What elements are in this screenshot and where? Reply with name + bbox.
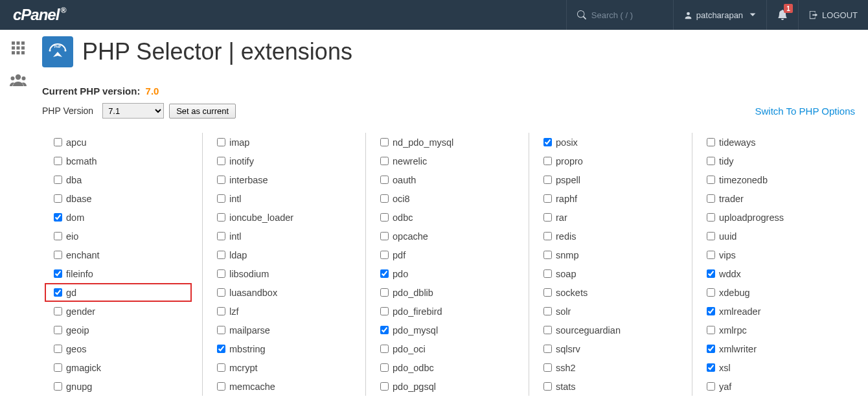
user-menu[interactable]: patcharapan xyxy=(673,0,766,30)
extension-label: stats xyxy=(556,382,576,392)
extension-checkbox-xmlwriter[interactable] xyxy=(707,345,715,353)
apps-icon[interactable] xyxy=(10,40,26,56)
extension-checkbox-rar[interactable] xyxy=(543,213,552,222)
extension-checkbox-opcache[interactable] xyxy=(380,232,389,240)
extension-checkbox-odbc[interactable] xyxy=(380,213,389,222)
extension-checkbox-xmlrpc[interactable] xyxy=(707,326,715,334)
extension-checkbox-dbase[interactable] xyxy=(54,194,62,203)
extension-checkbox-gd[interactable] xyxy=(54,288,62,297)
extension-checkbox-pdo_firebird[interactable] xyxy=(380,307,389,315)
extension-checkbox-propro[interactable] xyxy=(543,157,552,165)
extension-checkbox-inotify[interactable] xyxy=(217,157,225,165)
php-version-select[interactable]: 7.1 xyxy=(102,103,164,119)
extension-checkbox-gender[interactable] xyxy=(54,307,62,315)
extension-checkbox-eio[interactable] xyxy=(54,232,62,240)
extension-checkbox-tideways[interactable] xyxy=(707,138,715,146)
extension-checkbox-tidy[interactable] xyxy=(707,157,715,165)
extension-checkbox-xmlreader[interactable] xyxy=(707,307,715,315)
set-as-current-button[interactable]: Set as current xyxy=(169,104,236,119)
svg-rect-2 xyxy=(21,41,25,45)
extension-checkbox-lzf[interactable] xyxy=(217,307,225,315)
search-input[interactable] xyxy=(591,10,663,20)
extension-checkbox-xsl[interactable] xyxy=(707,363,715,372)
extension-checkbox-pdo_pgsql[interactable] xyxy=(380,382,389,391)
extension-checkbox-gnupg[interactable] xyxy=(54,382,62,391)
extension-checkbox-ssh2[interactable] xyxy=(543,363,552,372)
extension-item-newrelic: newrelic xyxy=(380,152,517,170)
extension-checkbox-pdo[interactable] xyxy=(380,269,389,278)
search-wrap[interactable] xyxy=(566,0,673,30)
extension-checkbox-ioncube_loader[interactable] xyxy=(217,213,225,222)
extension-label: mcrypt xyxy=(229,363,258,373)
extension-checkbox-mcrypt[interactable] xyxy=(217,363,225,372)
extension-checkbox-snmp[interactable] xyxy=(543,251,552,259)
extension-checkbox-pdf[interactable] xyxy=(380,251,389,259)
extension-checkbox-pdo_dblib[interactable] xyxy=(380,288,389,297)
extension-checkbox-pdo_oci[interactable] xyxy=(380,345,389,353)
logout-button[interactable]: LOGOUT xyxy=(798,0,868,30)
extension-label: oauth xyxy=(393,175,416,185)
extension-label: pdo_odbc xyxy=(393,363,434,373)
svg-rect-8 xyxy=(21,51,25,54)
extension-checkbox-raphf[interactable] xyxy=(543,194,552,203)
users-icon[interactable] xyxy=(10,73,27,87)
svg-text:PHP: PHP xyxy=(54,45,62,49)
extension-checkbox-timezonedb[interactable] xyxy=(707,176,715,184)
extension-checkbox-geoip[interactable] xyxy=(54,326,62,334)
extension-checkbox-mbstring[interactable] xyxy=(217,345,225,353)
extension-label: wddx xyxy=(719,269,741,279)
extension-checkbox-apcu[interactable] xyxy=(54,138,62,146)
extension-checkbox-ldap[interactable] xyxy=(217,251,225,259)
extension-item-pdo: pdo xyxy=(380,264,517,283)
extension-checkbox-solr[interactable] xyxy=(543,307,552,315)
switch-to-options-link[interactable]: Switch To PHP Options xyxy=(755,106,855,117)
extension-checkbox-fileinfo[interactable] xyxy=(54,269,62,278)
extension-checkbox-pspell[interactable] xyxy=(543,176,552,184)
extension-checkbox-oci8[interactable] xyxy=(380,194,389,203)
extension-checkbox-wddx[interactable] xyxy=(707,269,715,278)
extension-checkbox-newrelic[interactable] xyxy=(380,157,389,165)
main-content: PHP PHP Selector | extensions Current PH… xyxy=(36,30,868,399)
extension-label: yaf xyxy=(719,382,731,392)
extension-checkbox-nd_pdo_mysql[interactable] xyxy=(380,138,389,146)
extension-checkbox-memcache[interactable] xyxy=(217,382,225,391)
extension-checkbox-redis[interactable] xyxy=(543,232,552,240)
extension-checkbox-interbase[interactable] xyxy=(217,176,225,184)
extension-checkbox-trader[interactable] xyxy=(707,194,715,203)
extension-checkbox-vips[interactable] xyxy=(707,251,715,259)
extension-checkbox-intl[interactable] xyxy=(217,194,225,203)
extension-checkbox-bcmath[interactable] xyxy=(54,157,62,165)
cpanel-logo[interactable]: cPanel® xyxy=(0,0,78,30)
extension-checkbox-pdo_odbc[interactable] xyxy=(380,363,389,372)
extension-checkbox-sqlsrv[interactable] xyxy=(543,345,552,353)
extension-checkbox-xdebug[interactable] xyxy=(707,288,715,297)
extension-checkbox-imap[interactable] xyxy=(217,138,225,146)
extension-checkbox-pdo_mysql[interactable] xyxy=(380,326,389,334)
extension-label: luasandbox xyxy=(229,288,277,298)
svg-rect-6 xyxy=(12,51,15,54)
extension-checkbox-intl[interactable] xyxy=(217,232,225,240)
extension-checkbox-gmagick[interactable] xyxy=(54,363,62,372)
extension-checkbox-enchant[interactable] xyxy=(54,251,62,259)
extension-checkbox-sourceguardian[interactable] xyxy=(543,326,552,334)
extension-label: xmlwriter xyxy=(719,344,757,354)
extension-checkbox-posix[interactable] xyxy=(543,138,552,146)
extension-checkbox-oauth[interactable] xyxy=(380,176,389,184)
extension-checkbox-yaf[interactable] xyxy=(707,382,715,391)
extension-item-mailparse: mailparse xyxy=(217,321,354,339)
extension-checkbox-soap[interactable] xyxy=(543,269,552,278)
extension-checkbox-uploadprogress[interactable] xyxy=(707,213,715,222)
extension-checkbox-dba[interactable] xyxy=(54,176,62,184)
logout-label: LOGOUT xyxy=(822,10,858,20)
extension-checkbox-uuid[interactable] xyxy=(707,232,715,240)
extension-checkbox-geos[interactable] xyxy=(54,345,62,353)
user-icon xyxy=(684,11,692,19)
extension-checkbox-mailparse[interactable] xyxy=(217,326,225,334)
extension-checkbox-libsodium[interactable] xyxy=(217,269,225,278)
notifications[interactable]: 1 xyxy=(766,0,798,30)
extension-checkbox-luasandbox[interactable] xyxy=(217,288,225,297)
extension-label: ldap xyxy=(229,250,247,260)
extension-checkbox-stats[interactable] xyxy=(543,382,552,391)
extension-checkbox-sockets[interactable] xyxy=(543,288,552,297)
extension-checkbox-dom[interactable] xyxy=(54,213,62,222)
